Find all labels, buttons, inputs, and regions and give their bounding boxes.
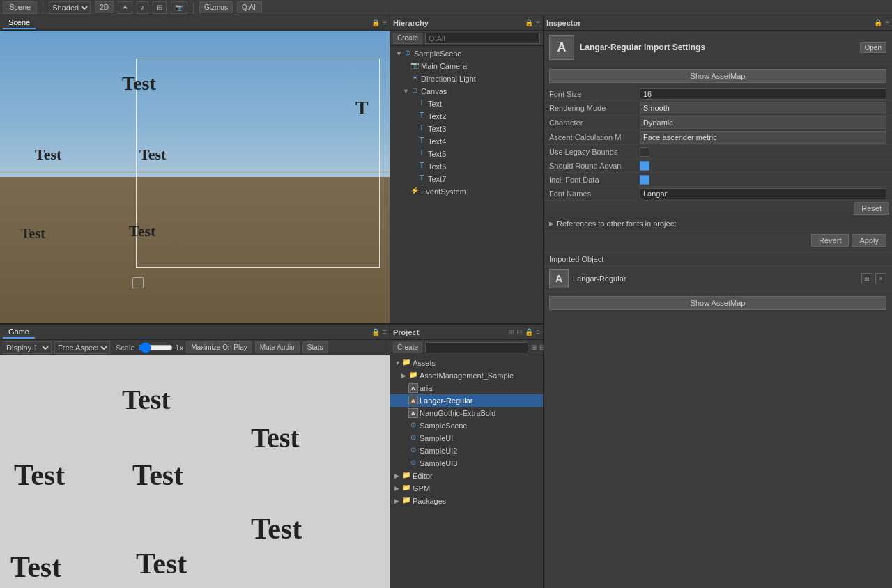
- scene-tab-btn[interactable]: Scene: [3, 1, 37, 14]
- game-text-3: Test: [14, 458, 65, 492]
- inspector-content: A Langar-Regular Import Settings Open Sh…: [544, 31, 892, 588]
- maincamera-icon: 📷: [410, 61, 420, 71]
- project-item-arial[interactable]: A arial: [390, 382, 543, 394]
- project-lock-icon[interactable]: 🔒: [525, 328, 533, 336]
- reset-btn[interactable]: Reset: [854, 202, 889, 215]
- font-size-input[interactable]: [640, 88, 886, 100]
- scene-tab[interactable]: Scene: [3, 17, 36, 29]
- hierarchy-search[interactable]: [425, 33, 540, 44]
- project-item-samplescene[interactable]: ⊙ SampleScene: [390, 419, 543, 432]
- should-round-checkbox[interactable]: [640, 161, 649, 171]
- hierarchy-content[interactable]: ▼ ⊙ SampleScene 📷 Main Camera ☀ Directio…: [390, 46, 543, 323]
- hierarchy-lock-icon[interactable]: 🔒: [525, 19, 533, 26]
- scene-text-3: Test: [35, 146, 61, 164]
- hierarchy-item-text6[interactable]: T Text6: [390, 160, 543, 173]
- hierarchy-controls: Create: [390, 31, 543, 46]
- hierarchy-item-maincamera[interactable]: 📷 Main Camera: [390, 60, 543, 72]
- scene-lock-icon[interactable]: 🔒: [371, 19, 380, 26]
- arial-label: arial: [420, 384, 434, 392]
- hierarchy-menu-icon[interactable]: ≡: [536, 19, 540, 26]
- project-item-editor[interactable]: ▶ 📁 Editor: [390, 470, 543, 482]
- project-menu-icon[interactable]: ≡: [536, 328, 540, 336]
- aspect-dropdown[interactable]: Free Aspect: [54, 341, 110, 354]
- text6-label: Text6: [428, 162, 446, 171]
- project-icon2[interactable]: ⊟: [516, 328, 522, 336]
- text2-icon: T: [417, 111, 426, 121]
- project-item-sampleui2[interactable]: ⊙ SampleUI2: [390, 444, 543, 457]
- show-assetmap-bottom-container: Show AssetMap: [544, 292, 892, 314]
- text3-label: Text3: [428, 125, 446, 133]
- all-btn[interactable]: Q:All: [237, 1, 262, 13]
- audio-icon-btn[interactable]: ♪: [137, 1, 148, 14]
- project-search[interactable]: [425, 342, 528, 353]
- toolbar-sep-2: [193, 2, 194, 13]
- refs-section-label: References to other fonts in project: [557, 219, 676, 228]
- hierarchy-item-text3[interactable]: T Text3: [390, 123, 543, 135]
- hierarchy-item-text5[interactable]: T Text5: [390, 148, 543, 160]
- hierarchy-item-eventsystem[interactable]: ⚡ EventSystem: [390, 185, 543, 198]
- display-dropdown[interactable]: Display 1: [3, 341, 52, 354]
- inspector-lock-icon[interactable]: 🔒: [874, 19, 882, 26]
- project-item-sampleui3[interactable]: ⊙ SampleUI3: [390, 457, 543, 470]
- hierarchy-item-text7[interactable]: T Text7: [390, 173, 543, 185]
- sampleui3-label: SampleUI3: [420, 459, 457, 467]
- inspector-asset-title: Langar-Regular Import Settings: [580, 42, 854, 52]
- langar-label: Langar-Regular: [420, 396, 472, 405]
- effects-icon-btn[interactable]: ⊞: [153, 1, 167, 14]
- hierarchy-item-dirlight[interactable]: ☀ Directional Light: [390, 72, 543, 85]
- open-btn[interactable]: Open: [860, 42, 886, 53]
- project-search-icon[interactable]: ⊞: [531, 343, 537, 351]
- project-item-nanu[interactable]: A NanuGothic-ExtraBold: [390, 407, 543, 419]
- show-assetmap-top-btn[interactable]: Show AssetMap: [549, 69, 886, 83]
- project-item-assetmgmt[interactable]: ▶ 📁 AssetManagement_Sample: [390, 369, 543, 382]
- project-item-sampleui[interactable]: ⊙ SampleUI: [390, 432, 543, 444]
- 2d-btn[interactable]: 2D: [95, 1, 114, 13]
- hierarchy-item-text4[interactable]: T Text4: [390, 135, 543, 148]
- hierarchy-item-canvas[interactable]: ▼ □ Canvas: [390, 85, 543, 98]
- font-names-input[interactable]: [640, 188, 886, 199]
- assetmgmt-icon: 📁: [408, 371, 418, 380]
- apply-btn[interactable]: Apply: [852, 234, 886, 247]
- revert-btn[interactable]: Revert: [811, 234, 849, 247]
- inspector-menu-icon[interactable]: ≡: [885, 19, 889, 26]
- incl-font-checkbox[interactable]: [640, 175, 649, 185]
- use-legacy-checkbox[interactable]: [640, 147, 649, 157]
- hierarchy-item-text2[interactable]: T Text2: [390, 110, 543, 123]
- project-item-langar[interactable]: A Langar-Regular: [390, 394, 543, 407]
- character-text: Dynamic: [643, 118, 673, 127]
- nanu-font-icon: A: [408, 408, 418, 418]
- game-text-4: Test: [132, 458, 183, 492]
- view-mode-dropdown[interactable]: Shaded: [49, 1, 91, 14]
- project-create-btn[interactable]: Create: [393, 342, 422, 353]
- game-menu-icon[interactable]: ≡: [383, 328, 387, 336]
- selection-indicator: [132, 277, 144, 288]
- hierarchy-create-btn[interactable]: Create: [393, 33, 422, 44]
- stats-btn[interactable]: Stats: [302, 341, 328, 353]
- show-assetmap-bottom-btn[interactable]: Show AssetMap: [549, 296, 886, 310]
- camera-icon-btn[interactable]: 📷: [171, 1, 187, 14]
- project-item-packages[interactable]: ▶ 📁 Packages: [390, 495, 543, 507]
- lighting-icon-btn[interactable]: ☀: [118, 1, 132, 14]
- hierarchy-item-text[interactable]: T Text: [390, 98, 543, 110]
- project-content[interactable]: ▼ 📁 Assets ▶ 📁 AssetManagement_Sample A …: [390, 355, 543, 588]
- project-item-gpm[interactable]: ▶ 📁 GPM: [390, 482, 543, 495]
- ascent-calc-value[interactable]: Face ascender metric: [640, 131, 886, 144]
- proj-samplescene-icon: ⊙: [408, 421, 418, 431]
- hierarchy-top-icons: 🔒 ≡: [525, 19, 540, 26]
- imported-close-icon[interactable]: ×: [875, 273, 886, 284]
- scene-menu-icon[interactable]: ≡: [383, 19, 387, 26]
- scale-slider[interactable]: [138, 343, 173, 352]
- maximize-btn[interactable]: Maximize On Play: [186, 341, 252, 353]
- project-item-assets[interactable]: ▼ 📁 Assets: [390, 357, 543, 369]
- game-lock-icon[interactable]: 🔒: [371, 328, 380, 336]
- character-value[interactable]: Dynamic: [640, 116, 886, 129]
- project-icon1[interactable]: ⊞: [508, 328, 514, 336]
- game-tab[interactable]: Game: [3, 326, 35, 339]
- hierarchy-item-samplescene[interactable]: ▼ ⊙ SampleScene: [390, 47, 543, 60]
- mute-btn[interactable]: Mute Audio: [255, 341, 300, 353]
- gizmos-btn[interactable]: Gizmos: [199, 1, 233, 13]
- incl-font-field: Incl. Font Data: [544, 173, 892, 187]
- imported-copy-icon[interactable]: ⊞: [861, 273, 872, 284]
- refs-section-header[interactable]: ▶ References to other fonts in project: [544, 216, 892, 231]
- rendering-mode-value[interactable]: Smooth: [640, 102, 886, 114]
